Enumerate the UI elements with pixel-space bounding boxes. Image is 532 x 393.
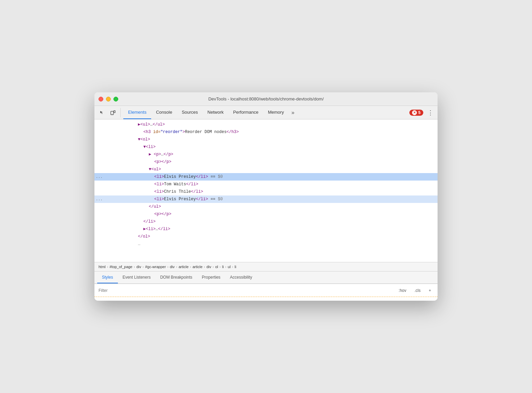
error-badge[interactable]: ✕ 5 <box>409 110 423 116</box>
breadcrumb-div2[interactable]: div <box>170 265 175 269</box>
tab-console[interactable]: Console <box>151 106 177 119</box>
dom-line[interactable]: <h3 id="reorder">Reorder DOM nodes</h3> <box>94 128 438 136</box>
devtools-toolbar: Elements Console Sources Network Perform… <box>94 106 438 119</box>
tab-performance[interactable]: Performance <box>228 106 263 119</box>
styles-dashed-area <box>94 297 438 301</box>
tab-network[interactable]: Network <box>203 106 229 119</box>
breadcrumb-div1[interactable]: div <box>136 265 141 269</box>
tab-elements[interactable]: Elements <box>123 106 151 119</box>
svg-rect-1 <box>114 111 115 113</box>
breadcrumb-ol[interactable]: ol <box>215 265 218 269</box>
more-tabs-button[interactable]: » <box>289 106 297 119</box>
breadcrumb-top[interactable]: #top_of_page <box>109 265 132 269</box>
dom-line[interactable]: ▼<ul> <box>94 166 438 173</box>
breadcrumb-article2[interactable]: article <box>193 265 202 269</box>
maximize-button[interactable] <box>113 97 118 101</box>
dom-line[interactable]: … <box>94 240 438 248</box>
dom-line[interactable]: <p></p> <box>94 158 438 166</box>
toolbar-right: ✕ 5 ⋮ <box>409 109 435 116</box>
breadcrumb-html[interactable]: html <box>99 265 106 269</box>
dom-line-elvis-2[interactable]: ... <li>Elvis Presley</li> == $0 <box>94 195 438 203</box>
device-toggle-icon[interactable] <box>108 108 118 117</box>
minimize-button[interactable] <box>106 97 111 101</box>
breadcrumb-ul[interactable]: ul <box>228 265 231 269</box>
dom-line[interactable]: ▶<li>…</li> <box>94 225 438 233</box>
window-title: DevTools - localhost:8080/web/tools/chro… <box>208 96 324 101</box>
dom-line[interactable]: ▼<li> <box>94 143 438 151</box>
breadcrumb-li2[interactable]: li <box>235 265 236 269</box>
breadcrumb: html › #top_of_page › div › #gc-wrapper … <box>94 262 438 272</box>
traffic-lights <box>99 97 118 101</box>
dom-line[interactable]: <p></p> <box>94 210 438 218</box>
filter-input[interactable] <box>99 288 396 293</box>
tab-properties[interactable]: Properties <box>197 272 225 283</box>
breadcrumb-gc-wrapper[interactable]: #gc-wrapper <box>145 265 166 269</box>
devtools-window: DevTools - localhost:8080/web/tools/chro… <box>94 92 438 301</box>
svg-point-2 <box>112 114 112 114</box>
filter-bar: :hov .cls + <box>94 284 438 297</box>
hov-button[interactable]: :hov <box>396 287 409 294</box>
dom-line[interactable]: </ol> <box>94 233 438 240</box>
dom-line[interactable]: <li>Chris Thile</li> <box>94 188 438 195</box>
toolbar-icons <box>97 108 121 117</box>
dom-line[interactable]: <li>Tom Waits</li> <box>94 181 438 188</box>
dom-line[interactable]: ▶ <p>…</p> <box>94 151 438 158</box>
main-tabs: Elements Console Sources Network Perform… <box>123 106 409 119</box>
inspect-icon[interactable] <box>97 108 107 117</box>
breadcrumb-article1[interactable]: article <box>179 265 189 269</box>
menu-button[interactable]: ⋮ <box>426 109 435 116</box>
filter-actions: :hov .cls + <box>396 287 433 294</box>
close-button[interactable] <box>99 97 103 101</box>
tab-sources[interactable]: Sources <box>177 106 203 119</box>
dom-line[interactable]: ▼<ol> <box>94 136 438 143</box>
dom-line[interactable]: </ul> <box>94 203 438 210</box>
breadcrumb-div3[interactable]: div <box>207 265 211 269</box>
bottom-tabs: Styles Event Listeners DOM Breakpoints P… <box>94 272 438 284</box>
error-icon: ✕ <box>412 110 417 115</box>
tab-event-listeners[interactable]: Event Listeners <box>118 272 156 283</box>
dom-line[interactable]: ▶<ul>…</ul> <box>94 121 438 128</box>
tab-accessibility[interactable]: Accessibility <box>225 272 257 283</box>
dom-tree: ▶<ul>…</ul> <h3 id="reorder">Reorder DOM… <box>94 119 438 262</box>
add-style-button[interactable]: + <box>426 287 433 294</box>
cls-button[interactable]: .cls <box>412 287 423 294</box>
tab-memory[interactable]: Memory <box>263 106 289 119</box>
title-bar: DevTools - localhost:8080/web/tools/chro… <box>94 92 438 106</box>
dom-line[interactable]: </li> <box>94 218 438 225</box>
tab-styles[interactable]: Styles <box>97 272 118 283</box>
dom-line-elvis-1[interactable]: ... <li>Elvis Presley</li> == $0 <box>94 173 438 181</box>
tab-dom-breakpoints[interactable]: DOM Breakpoints <box>155 272 197 283</box>
breadcrumb-li1[interactable]: li <box>222 265 224 269</box>
